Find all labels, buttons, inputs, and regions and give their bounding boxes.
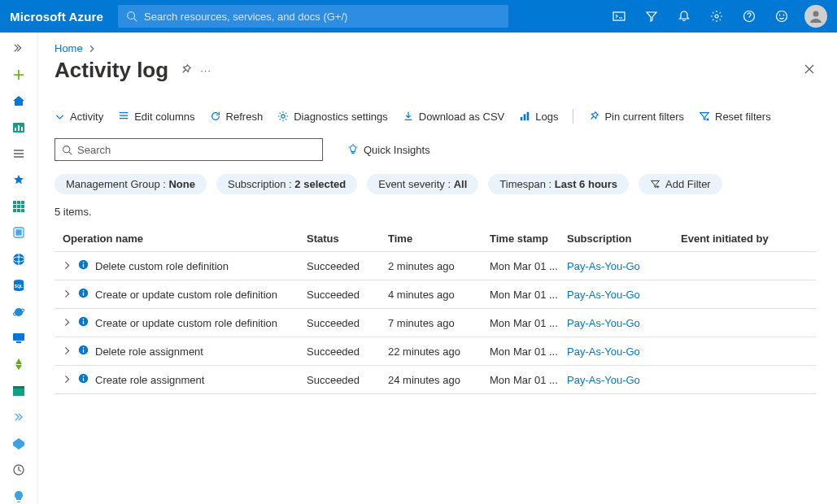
svg-rect-33 — [13, 386, 24, 389]
activity-table: Operation name Status Time Time stamp Su… — [54, 226, 816, 394]
toolbar: Activity Edit columns Refresh Diagnostic… — [54, 109, 816, 124]
app-services-icon[interactable] — [11, 252, 27, 267]
toolbar-divider — [573, 109, 573, 124]
pin-filters-button[interactable]: Pin current filters — [588, 111, 684, 123]
col-time[interactable]: Time — [388, 232, 490, 245]
monitor-icon[interactable] — [11, 463, 27, 477]
download-csv-button[interactable]: Download as CSV — [403, 111, 505, 123]
pin-icon[interactable] — [180, 63, 192, 78]
bulb-icon — [347, 144, 359, 155]
operation-name: Create role assignment — [95, 374, 204, 386]
vm-icon[interactable] — [11, 331, 27, 345]
svg-rect-31 — [16, 341, 21, 343]
edit-columns-button[interactable]: Edit columns — [118, 111, 194, 123]
sidebar: SQL — [0, 33, 38, 504]
filter-subscription[interactable]: Subscription : 2 selected — [216, 174, 357, 194]
cloud-shell-icon[interactable] — [603, 0, 635, 33]
search-icon — [126, 11, 137, 22]
logs-button[interactable]: Logs — [519, 111, 558, 123]
status-cell: Succeeded — [307, 374, 388, 386]
col-timestamp[interactable]: Time stamp — [490, 232, 567, 245]
col-initiated[interactable]: Event initiated by — [681, 232, 803, 245]
filter-timespan[interactable]: Timespan : Last 6 hours — [488, 174, 629, 194]
help-icon[interactable] — [733, 0, 765, 33]
filter-icon[interactable] — [635, 0, 668, 33]
add-filter-button[interactable]: Add Filter — [639, 174, 722, 194]
close-icon[interactable] — [803, 63, 816, 78]
table-header: Operation name Status Time Time stamp Su… — [54, 226, 816, 251]
refresh-button[interactable]: Refresh — [210, 111, 264, 123]
subscription-link[interactable]: Pay-As-You-Go — [567, 345, 681, 358]
table-row[interactable]: Create role assignment Succeeded 24 minu… — [54, 365, 816, 394]
svg-line-1 — [134, 19, 137, 22]
table-row[interactable]: Delete role assignment Succeeded 22 minu… — [54, 337, 816, 365]
subscription-link[interactable]: Pay-As-You-Go — [567, 289, 681, 301]
table-row[interactable]: Delete custom role definition Succeeded … — [54, 251, 816, 280]
chevron-right-icon[interactable] — [63, 260, 72, 272]
col-operation[interactable]: Operation name — [63, 232, 307, 245]
subscription-link[interactable]: Pay-As-You-Go — [567, 317, 681, 329]
table-row[interactable]: Create or update custom role definition … — [54, 308, 816, 337]
global-search-placeholder: Search resources, services, and docs (G+… — [144, 11, 347, 23]
storage-icon[interactable] — [11, 384, 27, 398]
resource-groups-icon[interactable] — [11, 225, 27, 240]
load-balancer-icon[interactable] — [11, 357, 27, 371]
top-bar: Microsoft Azure Search resources, servic… — [0, 0, 837, 33]
cosmos-icon[interactable] — [11, 304, 27, 319]
svg-rect-38 — [527, 112, 530, 121]
person-icon — [808, 8, 824, 24]
aad-icon[interactable] — [11, 437, 27, 451]
svg-rect-16 — [13, 205, 16, 208]
subscription-link[interactable]: Pay-As-You-Go — [567, 374, 681, 386]
status-cell: Succeeded — [307, 260, 388, 272]
home-icon[interactable] — [11, 93, 27, 108]
network-icon[interactable] — [11, 410, 27, 424]
filter-management-group[interactable]: Management Group : None — [54, 174, 207, 194]
svg-point-52 — [83, 347, 85, 349]
svg-rect-32 — [13, 388, 24, 396]
chevron-right-icon[interactable] — [63, 317, 72, 329]
chevron-right-icon[interactable] — [63, 289, 72, 301]
chevron-right-icon — [88, 45, 96, 53]
diagnostics-button[interactable]: Diagnostics settings — [277, 111, 388, 123]
breadcrumb-home[interactable]: Home — [54, 42, 83, 54]
timestamp-cell: Mon Mar 01 ... — [490, 317, 567, 329]
svg-rect-17 — [17, 205, 20, 208]
avatar[interactable] — [804, 5, 827, 28]
svg-rect-37 — [524, 114, 526, 120]
col-subscription[interactable]: Subscription — [567, 232, 681, 245]
col-status[interactable]: Status — [307, 232, 388, 245]
reset-filters-button[interactable]: Reset filters — [699, 111, 771, 123]
search-input[interactable]: Search — [54, 138, 323, 161]
status-cell: Succeeded — [307, 317, 388, 329]
quick-insights-button[interactable]: Quick Insights — [347, 144, 430, 156]
info-icon — [78, 316, 89, 329]
time-cell: 22 minutes ago — [388, 345, 490, 358]
svg-rect-30 — [13, 333, 24, 341]
activity-dropdown[interactable]: Activity — [54, 111, 103, 123]
svg-rect-10 — [15, 128, 16, 131]
feedback-icon[interactable] — [765, 0, 798, 33]
operation-name: Create or update custom role definition — [95, 317, 277, 329]
expand-icon[interactable] — [11, 41, 27, 55]
all-services-icon[interactable] — [11, 146, 27, 161]
sql-icon[interactable]: SQL — [11, 278, 27, 293]
chevron-right-icon[interactable] — [63, 345, 72, 358]
global-search-input[interactable]: Search resources, services, and docs (G+… — [118, 5, 508, 28]
gear-icon[interactable] — [700, 0, 733, 33]
svg-rect-51 — [83, 350, 84, 353]
filter-severity[interactable]: Event severity : All — [367, 174, 478, 194]
timestamp-cell: Mon Mar 01 ... — [490, 374, 567, 386]
subscription-link[interactable]: Pay-As-You-Go — [567, 260, 681, 272]
dashboard-icon[interactable] — [11, 119, 27, 134]
svg-rect-11 — [18, 125, 20, 131]
all-resources-icon[interactable] — [11, 199, 27, 214]
create-icon[interactable] — [11, 67, 27, 81]
chevron-right-icon[interactable] — [63, 374, 72, 386]
bell-icon[interactable] — [668, 0, 700, 33]
favorites-icon[interactable] — [11, 172, 27, 187]
table-row[interactable]: Create or update custom role definition … — [54, 280, 816, 308]
status-cell: Succeeded — [307, 289, 388, 301]
more-icon[interactable]: ··· — [200, 64, 211, 76]
advisor-icon[interactable] — [11, 489, 27, 503]
